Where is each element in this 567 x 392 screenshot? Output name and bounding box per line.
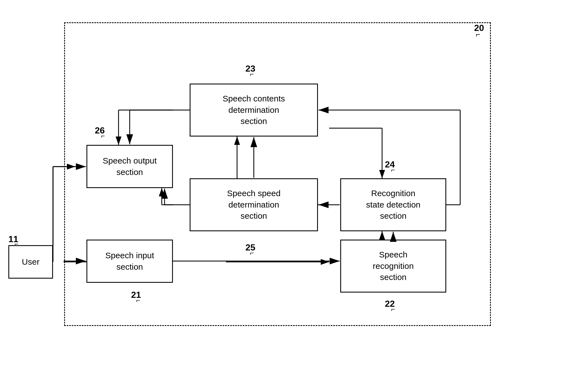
label-22-tick: ⌐: [391, 305, 395, 313]
speech-recognition-block: Speechrecognitionsection: [340, 240, 446, 293]
user-block: User: [8, 245, 53, 279]
label-21-tick: ⌐: [136, 296, 140, 304]
recognition-state-block: Recognitionstate detectionsection: [340, 178, 446, 231]
label-11-tick: ⌐: [15, 240, 18, 248]
label-26-tick: ⌐: [101, 132, 105, 140]
speech-output-block: Speech outputsection: [86, 145, 173, 188]
speech-input-block: Speech inputsection: [86, 240, 173, 283]
label-24-tick: ⌐: [391, 166, 395, 174]
label-25-tick: ⌐: [250, 249, 254, 257]
label-23-tick: ⌐: [250, 70, 254, 78]
speech-speed-block: Speech speeddeterminationsection: [190, 178, 318, 231]
speech-contents-block: Speech contentsdeterminationsection: [190, 84, 318, 137]
